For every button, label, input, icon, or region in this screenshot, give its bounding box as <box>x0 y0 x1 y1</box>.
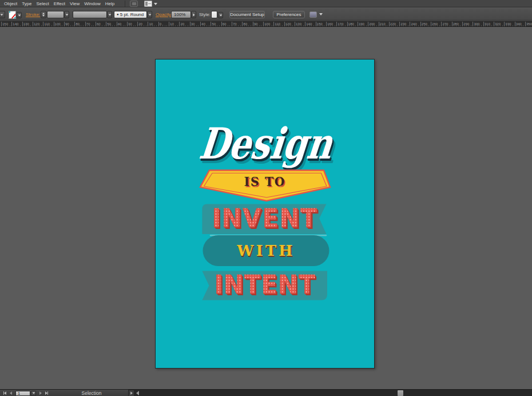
menu-view[interactable]: View <box>68 0 82 7</box>
artboard-number-field[interactable]: 1 <box>15 391 30 396</box>
ruler-tick-minor <box>330 25 331 27</box>
opacity-field[interactable]: 100% <box>171 11 191 18</box>
first-triangle <box>4 391 6 395</box>
menu-select[interactable]: Select <box>34 0 51 7</box>
ruler-tick-minor <box>349 25 350 26</box>
ruler-tick <box>137 22 138 26</box>
artboard[interactable]: Design IS TO INVENT INVENT WITH INTENT I… <box>155 59 375 369</box>
bridge-icon[interactable] <box>130 1 138 7</box>
ruler-tick-minor <box>24 25 25 26</box>
ruler-tick-minor <box>469 25 469 26</box>
ruler-tick-minor <box>354 25 354 26</box>
ruler-tick-minor <box>156 25 157 26</box>
stroke-weight-stepper[interactable] <box>41 11 46 18</box>
next-artboard-icon[interactable] <box>39 391 42 395</box>
ruler-tick-minor <box>196 25 197 26</box>
fill-dropdown-icon[interactable] <box>17 12 22 18</box>
style-dropdown-icon[interactable] <box>218 12 223 18</box>
opacity-label[interactable]: Opacity: <box>156 13 172 17</box>
scrollbar-thumb[interactable] <box>398 390 403 396</box>
ruler-tick-minor <box>362 25 362 27</box>
horizontal-scrollbar[interactable] <box>134 390 532 396</box>
ruler-tick-minor <box>45 25 46 26</box>
opacity-arrow-icon[interactable] <box>191 11 196 18</box>
menu-type[interactable]: Type <box>19 0 34 7</box>
stroke-weight-dropdown-icon[interactable] <box>64 11 69 18</box>
ruler-tick-minor <box>439 25 440 26</box>
ruler-tick-minor <box>194 25 194 27</box>
last-artboard-icon[interactable] <box>45 391 48 395</box>
ruler-tick-minor <box>81 25 81 26</box>
document-setup-button[interactable]: Document Setup <box>229 11 265 18</box>
ruler-tick <box>368 22 368 26</box>
scroll-left-icon[interactable] <box>136 391 139 395</box>
control-panel-caret-icon[interactable] <box>319 13 323 15</box>
ruler-tick <box>379 22 379 26</box>
fill-swatch[interactable] <box>9 11 16 19</box>
style-swatch[interactable] <box>211 11 217 18</box>
canvas-area[interactable]: Design IS TO INVENT INVENT WITH INTENT I… <box>0 27 532 389</box>
ruler-tick-minor <box>510 25 511 26</box>
ruler-tick <box>462 22 463 26</box>
ruler-tick-minor <box>292 25 293 26</box>
ruler-tick-minor <box>150 25 150 26</box>
ruler-tick-minor <box>47 25 48 27</box>
stepper-down-icon[interactable] <box>42 15 45 17</box>
ruler-tick-minor <box>335 25 335 26</box>
ruler-tick-minor <box>123 25 124 26</box>
ruler-tick-minor <box>437 25 438 26</box>
ruler-tick-minor <box>146 25 146 26</box>
ruler-tick-minor <box>280 25 280 26</box>
ruler-tick-minor <box>51 25 52 26</box>
ruler-tick-minor <box>100 25 100 27</box>
ruler-tick-minor <box>450 25 450 26</box>
ruler-tick-minor <box>112 25 113 26</box>
preferences-button[interactable]: Preferences <box>273 11 305 18</box>
caret-down-icon <box>65 14 68 15</box>
status-menu-icon[interactable] <box>129 390 134 396</box>
ruler-tick-minor <box>177 25 178 26</box>
menu-object[interactable]: Object <box>2 0 19 7</box>
brush-dropdown-icon[interactable] <box>147 11 152 18</box>
brush-definition-field[interactable]: ● 5 pt. Round <box>114 11 147 18</box>
profile-dropdown-icon[interactable] <box>107 11 112 18</box>
ruler-tick-minor <box>355 25 356 26</box>
ruler-tick <box>22 22 23 26</box>
ruler-tick-minor <box>223 25 224 26</box>
stroke-weight-field[interactable] <box>47 11 64 18</box>
ruler-tick-minor <box>491 25 492 26</box>
workspace-caret-icon[interactable] <box>154 3 157 5</box>
ruler-tick <box>221 22 222 26</box>
menu-window[interactable]: Window <box>82 0 102 7</box>
ruler-tick-minor <box>366 25 367 26</box>
ruler-tick-minor <box>391 25 392 26</box>
first-artboard-icon[interactable] <box>3 391 6 395</box>
ruler-tick-minor <box>328 25 329 26</box>
previous-artboard-icon[interactable] <box>10 391 12 395</box>
status-indicator[interactable]: Selection <box>69 390 114 396</box>
ruler-tick-minor <box>490 25 490 26</box>
ruler-tick-minor <box>60 25 61 26</box>
workspace-icon[interactable] <box>144 1 152 7</box>
cut-dropdown[interactable] <box>0 11 5 18</box>
ruler-tick-minor <box>460 25 460 26</box>
ruler-tick-minor <box>93 25 94 26</box>
ruler-tick-minor <box>39 25 39 26</box>
ruler-tick-minor <box>513 25 513 26</box>
poster-line1-face: INVENT <box>163 205 366 231</box>
control-panel-icon[interactable] <box>309 11 317 18</box>
menu-effect[interactable]: Effect <box>51 0 68 7</box>
ruler-tick-minor <box>251 25 251 26</box>
ruler-tick-minor <box>108 25 109 26</box>
ruler-tick <box>200 22 201 26</box>
menu-help[interactable]: Help <box>103 0 117 7</box>
ruler-tick-minor <box>175 25 176 26</box>
ruler-tick-minor <box>171 25 172 26</box>
ruler-tick-minor <box>435 25 435 27</box>
ruler-tick-minor <box>209 25 209 26</box>
ruler-tick <box>420 22 421 26</box>
variable-width-profile-field[interactable] <box>73 11 107 18</box>
artboard-number-dropdown-icon[interactable] <box>31 391 36 396</box>
stepper-up-icon[interactable] <box>42 13 45 14</box>
stroke-label[interactable]: Stroke: <box>26 13 40 17</box>
